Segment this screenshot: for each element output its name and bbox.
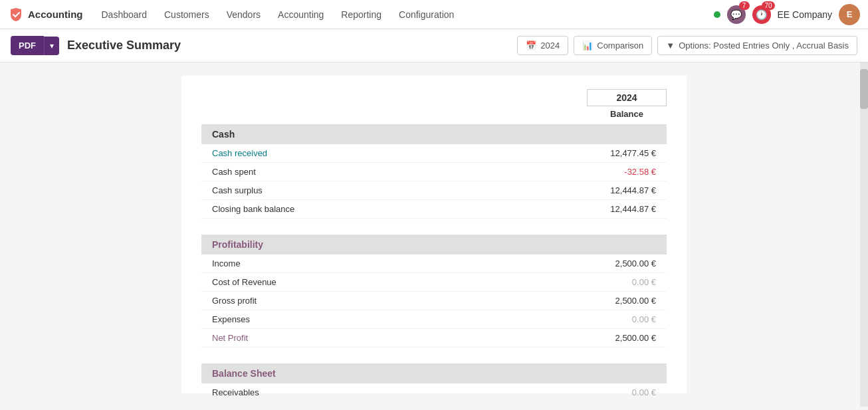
pdf-btn-group: PDF ▾ [11,36,59,55]
row-value-expenses: 0.00 € [576,314,656,324]
row-value-cash-spent: -32.58 € [576,167,656,177]
report-container: 2024 Balance Cash Cash received 12,477.4… [0,62,868,407]
nav-item-dashboard[interactable]: Dashboard [94,4,156,25]
row-value-closing-bank: 12,444.87 € [576,204,656,214]
section-header-balance-sheet: Balance Sheet [201,363,667,383]
table-row: Cash surplus 12,444.87 € [201,181,667,200]
balance-label-row: Balance [201,109,667,119]
row-label-expenses: Expenses [212,314,576,324]
row-label-cost-of-revenue: Cost of Revenue [212,277,576,287]
table-row: Net Profit 2,500.00 € [201,329,667,348]
nav-item-customers[interactable]: Customers [156,4,217,25]
brand-name: Accounting [28,9,83,20]
nav-item-vendors[interactable]: Vendors [219,4,269,25]
table-row: Cash spent -32.58 € [201,163,667,181]
year-filter-label: 2024 [540,41,560,51]
nav-items: Dashboard Customers Vendors Accounting R… [94,4,714,25]
table-row: Gross profit 2,500.00 € [201,292,667,310]
toolbar: PDF ▾ Executive Summary 📅 2024 📊 Compari… [0,29,868,62]
pdf-dropdown-button[interactable]: ▾ [44,37,59,55]
brand[interactable]: Accounting [8,7,83,23]
navbar-right: 💬 7 🕐 70 EE Company E [714,4,860,25]
balance-label: Balance [587,109,667,119]
row-label-cash-received[interactable]: Cash received [212,148,576,158]
status-online-dot [714,11,720,18]
report-inner: 2024 Balance Cash Cash received 12,477.4… [181,76,687,393]
page-title: Executive Summary [67,39,181,52]
content-area: 2024 Balance Cash Cash received 12,477.4… [0,62,868,407]
table-row: Receivables 0.00 € [201,383,667,401]
table-row: Cash received 12,477.45 € [201,144,667,163]
row-label-closing-bank: Closing bank balance [212,204,576,214]
brand-icon [8,7,24,23]
table-row: Closing bank balance 12,444.87 € [201,200,667,219]
table-row: Expenses 0.00 € [201,310,667,329]
row-value-cash-received: 12,477.45 € [576,148,656,158]
row-label-gross-profit: Gross profit [212,296,576,306]
todo-icon-badge[interactable]: 🕐 70 [752,5,771,24]
user-avatar[interactable]: E [839,4,860,25]
row-label-receivables: Receivables [212,387,576,397]
toolbar-controls: 📅 2024 📊 Comparison ▼ Options: Posted En… [517,36,857,55]
year-header: 2024 [587,89,667,106]
row-label-cash-spent: Cash spent [212,167,576,177]
row-label-cash-surplus: Cash surplus [212,185,576,195]
navbar: Accounting Dashboard Customers Vendors A… [0,0,868,29]
options-label: Options: Posted Entries Only , Accrual B… [679,41,849,51]
row-label-income: Income [212,258,576,268]
col-header-row: 2024 [201,89,667,106]
table-row: Income 2,500.00 € [201,255,667,273]
table-row: Cost of Revenue 0.00 € [201,273,667,292]
row-label-net-profit[interactable]: Net Profit [212,333,576,343]
messages-count: 7 [739,1,750,10]
section-header-cash: Cash [201,124,667,144]
options-button[interactable]: ▼ Options: Posted Entries Only , Accrual… [657,36,857,55]
scrollbar-thumb[interactable] [860,69,868,109]
row-value-cost-of-revenue: 0.00 € [576,277,656,287]
row-value-gross-profit: 2,500.00 € [576,296,656,306]
scrollbar-track[interactable] [860,62,868,407]
filter-icon: ▼ [666,41,675,51]
nav-item-accounting[interactable]: Accounting [270,4,332,25]
calendar-icon: 📅 [526,41,536,51]
todo-count: 70 [762,1,774,10]
nav-item-configuration[interactable]: Configuration [391,4,462,25]
row-value-income: 2,500.00 € [576,258,656,268]
messages-icon-badge[interactable]: 💬 7 [727,5,746,24]
nav-item-reporting[interactable]: Reporting [333,4,389,25]
row-value-cash-surplus: 12,444.87 € [576,185,656,195]
pdf-button[interactable]: PDF [11,36,44,55]
chart-icon: 📊 [582,41,593,51]
company-name: EE Company [778,9,832,20]
year-filter-button[interactable]: 📅 2024 [517,36,568,55]
section-header-profitability: Profitability [201,235,667,255]
comparison-button[interactable]: 📊 Comparison [574,36,652,55]
row-value-net-profit: 2,500.00 € [576,333,656,343]
row-value-receivables: 0.00 € [576,387,656,397]
comparison-label: Comparison [597,41,643,51]
